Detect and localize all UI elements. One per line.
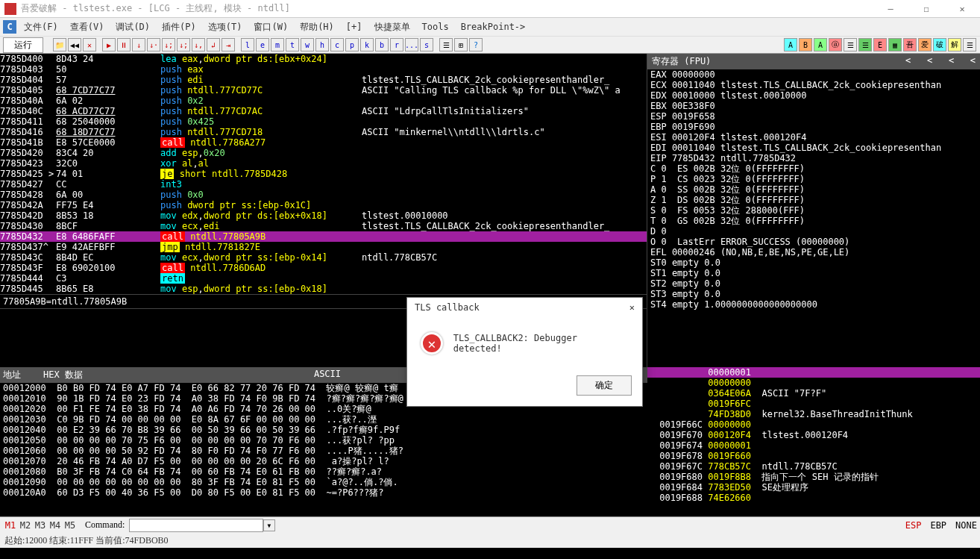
menu-窗口(W)[interactable]: 窗口(W): [248, 20, 294, 34]
dump-row[interactable]: 00012030 C0 9B FD 74 00 00 00 00 E0 8A 6…: [0, 414, 647, 425]
disasm-row[interactable]: 7785D43C 8B4D ECmov ecx,dword ptr ss:[eb…: [0, 252, 647, 263]
view-e[interactable]: e: [256, 38, 269, 51]
dump-row[interactable]: 00012070 20 46 FB 74 A0 D7 F5 00 00 00 0…: [0, 456, 647, 466]
stack-row[interactable]: 0364E06A ASCII "7F?F": [647, 388, 980, 399]
m2[interactable]: M2: [18, 520, 33, 531]
open-btn[interactable]: 📁: [53, 38, 66, 51]
disasm-row[interactable]: 7785D425 >74 01je short ntdll.7785D428: [0, 169, 647, 179]
disasm-row[interactable]: 7785D43F E8 69020100call ntdll.7786D6AD: [0, 263, 647, 273]
maximize-button[interactable]: ☐: [913, 4, 940, 14]
step6[interactable]: ↲: [207, 38, 220, 51]
disasm-row[interactable]: 7785D404 57push editlstest.TLS_CALLBACK_…: [0, 75, 647, 85]
view-r[interactable]: r: [390, 38, 403, 51]
m5[interactable]: M5: [63, 520, 78, 531]
reg-line[interactable]: A 0 SS 002B 32位 0(FFFFFFFF): [647, 184, 980, 195]
disasm-row[interactable]: 7785D437^ E9 42AEFBFFjmp ntdll.7781827E: [0, 242, 647, 252]
ex6[interactable]: ☰: [858, 38, 872, 51]
stack-row[interactable]: 0019F680 0019F8B8 指向下一个 SEH 记录的指针: [647, 472, 980, 482]
stack-row[interactable]: 0019F67C 778CB57C ntdll.778CB57C: [647, 461, 980, 472]
reg-line[interactable]: S 0 FS 0053 32位 288000(FFF): [647, 205, 980, 216]
disasm-row[interactable]: 7785D445 8B65 E8mov esp,dword ptr ss:[eb…: [0, 284, 647, 294]
close-debug-btn[interactable]: ✕: [83, 38, 96, 51]
reg-line[interactable]: EDX 00010000 tlstest.00010000: [647, 90, 980, 101]
reg-line[interactable]: C 0 ES 002B 32位 0(FFFFFFFF): [647, 163, 980, 174]
reg-line[interactable]: EFL 00000246 (NO,NB,E,BE,NS,PE,GE,LE): [647, 247, 980, 257]
dump-row[interactable]: 00012080 B0 3F FB 74 C0 64 FB 74 00 60 F…: [0, 466, 647, 477]
disasm-row[interactable]: 7785D420 83C4 20add esp,0x20: [0, 148, 647, 158]
m1[interactable]: M1: [3, 520, 18, 531]
command-dropdown[interactable]: ▾: [263, 519, 274, 531]
reg-line[interactable]: T 0 GS 002B 32位 0(FFFFFFFF): [647, 216, 980, 226]
stack-row[interactable]: 0019F674 00000001: [647, 440, 980, 451]
dump-row[interactable]: 00012090 00 00 00 00 00 00 00 00 80 3F F…: [0, 477, 647, 487]
rewind-btn[interactable]: ◀◀: [68, 38, 81, 51]
disasm-row[interactable]: 7785D42A FF75 E4push dword ptr ss:[ebp-0…: [0, 200, 647, 210]
esp-btn[interactable]: ESP: [905, 520, 922, 531]
ex8[interactable]: ▦: [888, 38, 902, 51]
view-c[interactable]: c: [330, 38, 344, 51]
view-t[interactable]: t: [286, 38, 299, 51]
reg-line[interactable]: EDI 00011040 tlstest.TLS_CALLBACK_2ck_co…: [647, 143, 980, 153]
app-c-icon[interactable]: C: [3, 20, 16, 34]
reg-line[interactable]: ST2 empty 0.0: [647, 278, 980, 289]
stack-row[interactable]: 74FD38D0 kernel32.BaseThreadInitThunk: [647, 409, 980, 419]
stack-row[interactable]: 00000000: [647, 378, 980, 388]
ex7[interactable]: E: [873, 38, 887, 51]
ex13[interactable]: ☰: [963, 38, 976, 51]
reg-line[interactable]: EIP 7785D432 ntdll.7785D432: [647, 153, 980, 163]
menu-快捷菜单[interactable]: 快捷菜单: [368, 20, 416, 34]
disasm-row[interactable]: 7785D411 68 25040000push 0x425: [0, 116, 647, 127]
stack-row[interactable]: 0019F670 000120F4 tlstest.000120F4: [647, 430, 980, 440]
dialog-ok-button[interactable]: 确定: [577, 375, 632, 396]
ex3[interactable]: A: [814, 38, 827, 51]
disasm-row[interactable]: 7785D42D 8B53 18mov edx,dword ptr ds:[eb…: [0, 210, 647, 221]
menu-[+][interactable]: [+]: [340, 20, 368, 34]
v2[interactable]: ⊞: [454, 38, 468, 51]
minimize-button[interactable]: —: [877, 4, 904, 14]
ex10[interactable]: 爱: [918, 38, 932, 51]
reg-line[interactable]: D 0: [647, 226, 980, 237]
ex1[interactable]: A: [784, 38, 797, 51]
dump-row[interactable]: 00012050 00 00 00 00 70 75 F6 00 00 00 0…: [0, 435, 647, 446]
ex4[interactable]: ⓐ: [829, 38, 842, 51]
m4[interactable]: M4: [48, 520, 63, 531]
reg-line[interactable]: ST3 empty 0.0: [647, 289, 980, 299]
view-l[interactable]: l: [241, 38, 254, 51]
disasm-row[interactable]: 7785D40A 6A 02push 0x2: [0, 96, 647, 106]
step1[interactable]: ↓: [132, 38, 145, 51]
disasm-row[interactable]: 7785D432 E8 6486FAFFcall ntdll.77805A9B: [0, 231, 647, 242]
dump-row[interactable]: 00012060 00 00 00 00 50 92 FD 74 80 F0 F…: [0, 446, 647, 456]
step2[interactable]: ↓·: [147, 38, 160, 51]
menu-调试(D)[interactable]: 调试(D): [110, 20, 156, 34]
stack-row[interactable]: 0019F6FC: [647, 399, 980, 409]
pause-btn[interactable]: ⏸: [117, 38, 131, 51]
ex9[interactable]: 吾: [903, 38, 917, 51]
disasm-row[interactable]: 7785D430 8BCFmov ecx,editlstest.TLS_CALL…: [0, 221, 647, 231]
reg-line[interactable]: ECX 00011040 tlstest.TLS_CALLBACK_2ck_co…: [647, 80, 980, 90]
menu-插件(P)[interactable]: 插件(P): [156, 20, 202, 34]
view-p[interactable]: p: [345, 38, 359, 51]
reg-line[interactable]: Z 1 DS 002B 32位 0(FFFFFFFF): [647, 195, 980, 205]
reg-line[interactable]: ST0 empty 0.0: [647, 257, 980, 268]
reg-line[interactable]: EBP 0019F690: [647, 122, 980, 132]
dump-row[interactable]: 00012040 00 E2 39 66 70 B8 39 66 00 50 3…: [0, 425, 647, 435]
ex2[interactable]: B: [799, 38, 812, 51]
view-w[interactable]: w: [301, 38, 314, 51]
stack-row[interactable]: 0019F684 7783ED50 SE处理程序: [647, 482, 980, 493]
none-btn[interactable]: NONE: [955, 520, 977, 531]
stack-row[interactable]: 00000001: [647, 367, 980, 378]
reg-line[interactable]: ST4 empty 1.0000000000000000000: [647, 299, 980, 310]
disasm-row[interactable]: 7785D428 6A 00push 0x0: [0, 190, 647, 200]
ex12[interactable]: 解: [948, 38, 961, 51]
reg-line[interactable]: P 1 CS 0023 32位 0(FFFFFFFF): [647, 174, 980, 184]
ex5[interactable]: ☰: [844, 38, 857, 51]
menu-查看(V)[interactable]: 查看(V): [64, 20, 110, 34]
stack-panel[interactable]: 00000001 00000000 0364E06A ASCII "7F?F" …: [647, 367, 980, 516]
disasm-row[interactable]: 7785D400 8D43 24lea eax,dword ptr ds:[eb…: [0, 54, 647, 64]
dialog-close-icon[interactable]: ✕: [629, 302, 635, 313]
step3[interactable]: ↓;: [162, 38, 175, 51]
disasm-row[interactable]: 7785D405 68 7CD77C77push ntdll.777CD77CA…: [0, 85, 647, 96]
view-k[interactable]: k: [360, 38, 374, 51]
view-s[interactable]: s: [420, 38, 433, 51]
view-h[interactable]: h: [315, 38, 329, 51]
